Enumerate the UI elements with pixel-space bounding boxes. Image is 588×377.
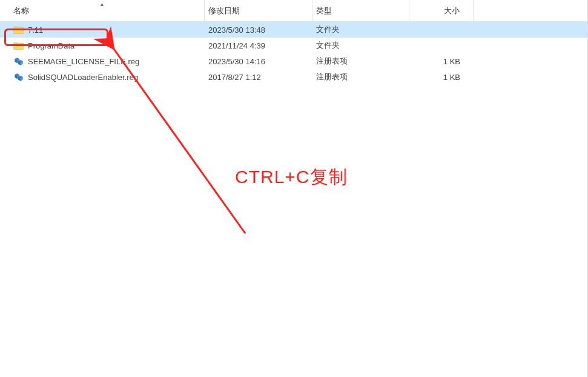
file-row[interactable]: ProgramData2021/11/24 4:39文件夹 [0, 38, 587, 53]
file-list[interactable]: 7.112023/5/30 13:48文件夹ProgramData2021/11… [0, 22, 587, 85]
column-date-label: 修改日期 [208, 5, 240, 16]
column-size-label: 大小 [444, 5, 460, 16]
file-date: 2023/5/30 14:16 [205, 57, 312, 66]
file-name: SolidSQUADLoaderEnabler.reg [28, 73, 138, 82]
file-date: 2023/5/30 13:48 [205, 25, 312, 35]
registry-file-icon [13, 56, 24, 67]
file-row[interactable]: SolidSQUADLoaderEnabler.reg2017/8/27 1:1… [0, 69, 587, 85]
file-name: ProgramData [28, 41, 74, 50]
column-type[interactable]: 类型 [312, 0, 409, 21]
file-size: 1 KB [409, 57, 474, 66]
file-row[interactable]: 7.112023/5/30 13:48文件夹 [0, 22, 587, 38]
column-date[interactable]: 修改日期 [205, 0, 312, 21]
sort-ascending-icon: ▲ [99, 1, 105, 7]
file-date: 2017/8/27 1:12 [205, 73, 312, 82]
column-header[interactable]: 名称 ▲ 修改日期 类型 大小 [0, 0, 587, 22]
file-row[interactable]: SEEMAGE_LICENSE_FILE.reg2023/5/30 14:16注… [0, 53, 587, 69]
file-type: 文件夹 [312, 40, 409, 51]
file-type: 注册表项 [312, 72, 409, 82]
column-name[interactable]: 名称 ▲ [0, 0, 205, 21]
file-name: SEEMAGE_LICENSE_FILE.reg [28, 57, 139, 66]
file-type: 注册表项 [312, 56, 409, 67]
folder-icon [13, 24, 24, 35]
registry-file-icon [13, 72, 24, 82]
file-name: 7.11 [28, 25, 43, 35]
file-date: 2021/11/24 4:39 [205, 41, 312, 50]
column-size[interactable]: 大小 [409, 0, 474, 21]
file-type: 文件夹 [312, 24, 409, 35]
column-name-label: 名称 [13, 5, 29, 16]
column-type-label: 类型 [316, 5, 332, 16]
file-size: 1 KB [409, 73, 474, 82]
annotation-text: CTRL+C复制 [235, 165, 348, 190]
folder-icon [13, 40, 24, 51]
